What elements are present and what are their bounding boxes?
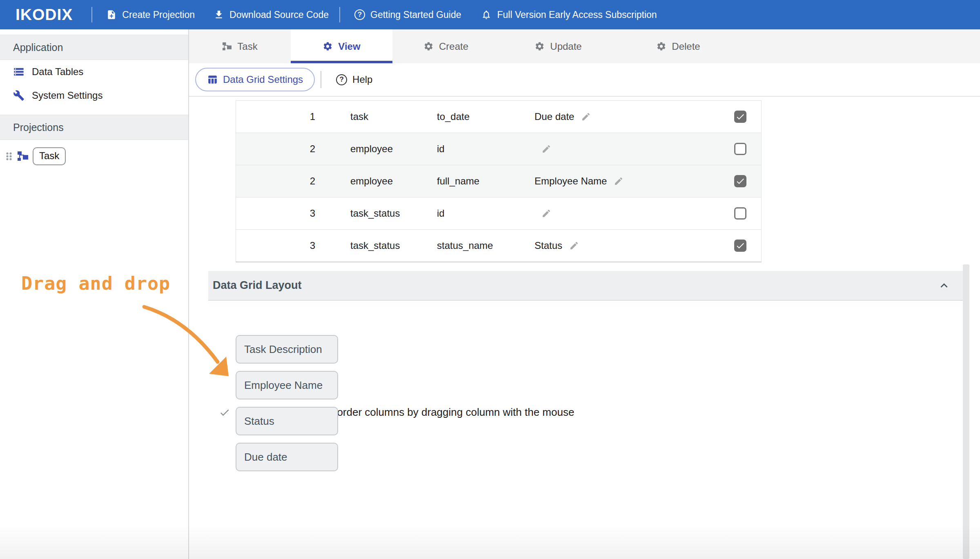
nav-download-source[interactable]: Download Source Code [214,9,329,20]
cell-display-name: Employee Name [535,175,607,187]
data-tables-icon [13,66,24,78]
tab-label: Create [439,41,468,52]
help-button[interactable]: ? Help [336,74,372,85]
sidebar-item-data-tables[interactable]: Data Tables [0,60,188,84]
wrench-icon [13,90,24,101]
cell-display-name: Due date [535,111,574,122]
table-row: 2 employee id [236,133,761,165]
cell-index: 2 [236,175,315,187]
sidebar-item-system-settings[interactable]: System Settings [0,84,188,107]
chevron-up-icon [937,279,951,293]
download-icon [214,9,224,20]
visible-checkbox[interactable] [734,143,746,155]
projection-task-chip[interactable]: Task [33,147,66,165]
cell-index: 1 [236,111,315,122]
tab-update[interactable]: Update [499,29,617,63]
columns-settings-table: 1 task to_date Due date 2 employee id [236,100,762,262]
cell-field: id [437,143,535,155]
question-circle-icon: ? [354,9,365,20]
column-box-status[interactable]: Status [236,407,338,435]
tab-label: View [338,41,360,52]
navbar-divider [339,7,340,22]
data-grid-settings-button[interactable]: Data Grid Settings [195,68,315,91]
nav-item-label: Full Version Early Access Subscription [497,9,657,20]
nav-create-projection[interactable]: Create Projection [106,9,195,20]
bell-icon [481,9,492,20]
data-grid-layout-header: Data Grid Layout [208,271,964,301]
nav-item-label: Download Source Code [229,9,329,20]
content-area: 1 task to_date Due date 2 employee id [189,97,980,559]
gear-icon [656,41,666,51]
cell-table: employee [350,143,437,155]
cell-field: full_name [437,175,535,187]
column-box-employee-name[interactable]: Employee Name [236,371,338,399]
button-label: Data Grid Settings [223,74,303,85]
sidebar: Application Data Tables System Settings … [0,29,189,559]
top-navbar: IKODIX Create Projection Download Source… [0,0,980,29]
navbar-divider [91,7,92,22]
cell-index: 3 [236,240,315,251]
cell-table: employee [350,175,437,187]
nav-item-label: Getting Started Guide [370,9,461,20]
gear-icon [423,41,434,51]
edit-pencil-icon[interactable] [569,241,579,251]
cell-display-name: Status [535,240,562,251]
visible-checkbox[interactable] [734,207,746,220]
vertical-scrollbar-thumb[interactable] [963,264,969,559]
column-order-list: Task Description Employee Name Status Du… [236,335,338,471]
question-circle-icon: ? [336,74,347,85]
edit-pencil-icon[interactable] [541,209,551,218]
projection-tree-icon [222,42,232,51]
nav-item-label: Create Projection [122,9,195,20]
table-row: 1 task to_date Due date [236,101,761,133]
sidebar-section-projections: Projections [0,115,188,140]
projection-tree-icon [17,151,29,162]
section-header-label: Application [13,42,63,53]
table-grid-icon [207,74,218,85]
cell-field: status_name [437,240,535,251]
tab-delete[interactable]: Delete [617,29,739,63]
cell-field: to_date [437,111,535,122]
table-row: 3 task_status id [236,197,761,230]
app-window: IKODIX Create Projection Download Source… [0,0,980,559]
gear-icon [323,41,333,51]
button-label: Help [352,74,372,85]
visible-checkbox[interactable] [734,111,746,123]
nav-subscription[interactable]: Full Version Early Access Subscription [481,9,657,20]
tab-label: Update [550,41,581,52]
sidebar-item-label: Data Tables [32,66,83,78]
collapse-button[interactable] [935,277,953,295]
edit-pencil-icon[interactable] [614,176,624,186]
column-box-due-date[interactable]: Due date [236,443,338,471]
cell-table: task_status [350,240,437,251]
section-header-label: Projections [13,122,64,133]
drag-handle-icon[interactable] [5,150,13,162]
toolbar-divider [321,71,321,88]
panel-title: Data Grid Layout [213,279,302,292]
sidebar-projection-task: Task [0,144,188,169]
visible-checkbox[interactable] [734,175,746,187]
table-row: 2 employee full_name Employee Name [236,165,761,197]
check-icon [219,407,230,418]
cell-table: task [350,111,437,122]
edit-pencil-icon[interactable] [581,112,591,122]
sidebar-section-application: Application [0,35,188,60]
tab-create[interactable]: Create [392,29,499,63]
cell-table: task_status [350,208,437,219]
brand-logo[interactable]: IKODIX [16,6,73,24]
column-box-task-description[interactable]: Task Description [236,335,338,364]
cell-index: 2 [236,143,315,155]
main-area: Task View Create Update [189,29,980,559]
tab-label: Task [237,41,257,52]
gear-icon [535,41,545,51]
visible-checkbox[interactable] [734,240,746,252]
cell-field: id [437,208,535,219]
doc-plus-icon [106,9,117,20]
tab-task[interactable]: Task [189,29,291,63]
nav-getting-started[interactable]: ? Getting Started Guide [354,9,461,20]
edit-pencil-icon[interactable] [541,144,551,154]
sidebar-item-label: System Settings [32,90,102,101]
tab-view[interactable]: View [291,29,392,63]
cell-index: 3 [236,208,315,219]
view-toolbar: Data Grid Settings ? Help [189,63,980,97]
